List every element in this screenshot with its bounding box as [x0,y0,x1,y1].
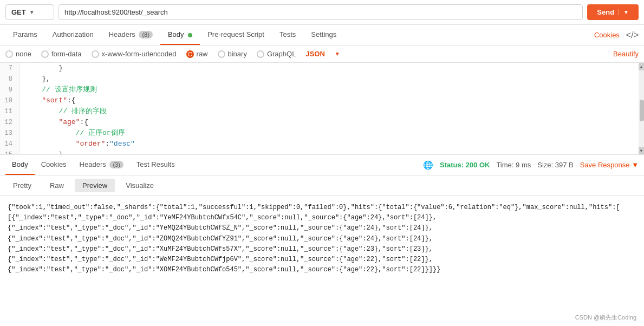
radio-graphql[interactable]: GraphQL [257,50,296,58]
app-container: GET ▼ Send ▼ Params Authorization Header… [0,0,644,326]
radio-dot-form-data [41,50,49,58]
code-line: 7 } [0,63,644,74]
line-number: 14 [0,139,19,149]
radio-binary[interactable]: binary [218,50,247,58]
code-line: 12 "age":{ [0,117,644,128]
tab-headers[interactable]: Headers (8) [101,25,160,45]
send-label: Send [597,8,614,16]
status-badge: Status: 200 OK [440,161,490,169]
line-content: } [19,149,644,155]
response-line: {"took":1,"timed_out":false,"_shards":{"… [8,203,636,213]
prev-tab-pretty[interactable]: Pretty [5,179,39,192]
line-content: // 正序or倒序 [19,128,644,139]
response-line: {"_index":"test","_type":"_doc","_id":"X… [8,265,636,275]
globe-icon: 🌐 [423,160,433,170]
response-line: {"_index":"test","_type":"_doc","_id":"Y… [8,223,636,233]
line-number: 11 [0,106,19,117]
method-selector[interactable]: GET ▼ [5,4,54,20]
body-active-dot [188,33,192,37]
response-line: {"_index":"test","_type":"_doc","_id":"W… [8,255,636,265]
radio-dot-raw [186,50,194,58]
tab-body[interactable]: Body [160,25,200,45]
beautify-link[interactable]: Beautify [613,50,639,58]
method-label: GET [11,8,26,16]
save-response-button[interactable]: Save Response ▼ [580,161,639,169]
response-line: {"_index":"test","_type":"_doc","_id":"X… [8,244,636,255]
response-line: {"_index":"test","_type":"_doc","_id":"Z… [8,234,636,244]
resp-tab-test-results[interactable]: Test Results [130,155,181,175]
line-content: "order":"desc" [19,139,644,149]
line-number: 10 [0,95,19,106]
code-content: 7 }8 },9 // 设置排序规则10 "sort":{11 // 排序的字段… [0,63,644,155]
resp-tab-cookies[interactable]: Cookies [35,155,73,175]
radio-dot-graphql [257,50,264,58]
method-chevron-icon: ▼ [29,9,35,15]
tab-authorization[interactable]: Authorization [45,25,101,45]
scroll-up-icon[interactable]: ▲ [639,63,644,70]
line-number: 7 [0,63,19,74]
line-content: } [19,63,644,74]
watermark: CSDN @鳞先生Coding [575,314,636,322]
line-number: 9 [0,84,19,95]
response-time: Time: 9 ms [496,161,531,169]
radio-urlencoded[interactable]: x-www-form-urlencoded [92,50,177,58]
response-tab-bar: Body Cookies Headers (3) Test Results 🌐 … [0,155,644,175]
headers-badge: (8) [139,31,152,38]
tab-right-actions: Cookies </> [594,30,639,40]
prev-tab-preview[interactable]: Preview [75,179,115,192]
radio-dot-binary [218,50,225,58]
response-line: [{"_index":"test","_type":"_doc","_id":"… [8,213,636,223]
code-line: 9 // 设置排序规则 [0,84,644,95]
radio-dot-urlencoded [92,50,99,58]
line-content: // 排序的字段 [19,106,644,117]
save-chevron-icon: ▼ [632,161,639,169]
line-content: "age":{ [19,117,644,128]
line-number: 15 [0,149,19,155]
resp-headers-badge: (3) [109,161,123,168]
url-input[interactable] [58,4,583,20]
url-bar: GET ▼ Send ▼ [0,0,644,25]
code-line: 14 "order":"desc" [0,139,644,149]
line-content: // 设置排序规则 [19,84,644,95]
scroll-down-icon[interactable]: ▼ [639,147,644,154]
line-number: 12 [0,117,19,128]
radio-dot-none [5,50,13,58]
line-content: "sort":{ [19,95,644,106]
response-body: {"took":1,"timed_out":false,"_shards":{"… [0,196,644,326]
code-line: 11 // 排序的字段 [0,106,644,117]
resp-tab-headers[interactable]: Headers (3) [73,155,130,175]
tab-pre-request[interactable]: Pre-request Script [200,25,272,45]
code-icon[interactable]: </> [626,30,639,40]
send-chevron-icon: ▼ [619,9,629,15]
tab-settings[interactable]: Settings [303,25,344,45]
code-line: 8 }, [0,74,644,84]
prev-tab-raw[interactable]: Raw [42,179,71,192]
tab-tests[interactable]: Tests [272,25,303,45]
line-number: 8 [0,74,19,84]
cookies-link[interactable]: Cookies [594,31,620,39]
scrollbar-track[interactable]: ▲ ▼ [639,63,644,154]
code-line: 10 "sort":{ [0,95,644,106]
code-editor[interactable]: 7 }8 },9 // 设置排序规则10 "sort":{11 // 排序的字段… [0,63,644,155]
scrollbar-thumb[interactable] [640,100,644,121]
prev-tab-visualize[interactable]: Visualize [118,179,161,192]
code-line: 15 } [0,149,644,155]
radio-none[interactable]: none [5,50,31,58]
radio-form-data[interactable]: form-data [41,50,82,58]
json-format-label[interactable]: JSON [305,50,324,58]
line-content: }, [19,74,644,84]
response-size: Size: 397 B [537,161,574,169]
send-button[interactable]: Send ▼ [587,4,639,20]
response-meta: 🌐 Status: 200 OK Time: 9 ms Size: 397 B … [423,160,639,170]
radio-raw[interactable]: raw [186,50,208,58]
body-type-bar: none form-data x-www-form-urlencoded raw… [0,45,644,63]
request-tab-bar: Params Authorization Headers (8) Body Pr… [0,25,644,45]
json-chevron-icon[interactable]: ▼ [335,51,340,57]
tab-params[interactable]: Params [5,25,45,45]
line-number: 13 [0,128,19,139]
preview-tab-bar: Pretty Raw Preview Visualize [0,175,644,196]
resp-tab-body[interactable]: Body [5,155,35,175]
code-line: 13 // 正序or倒序 [0,128,644,139]
